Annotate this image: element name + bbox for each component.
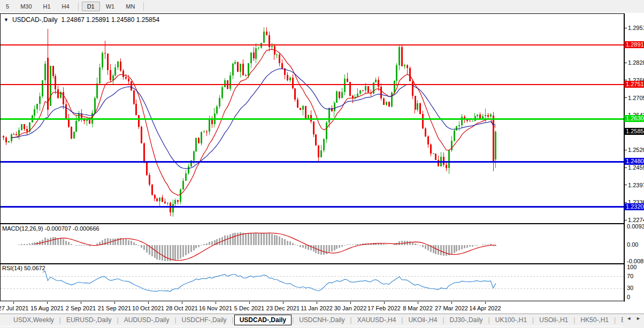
price-tick-label: 1.28280 (628, 59, 644, 66)
chevron-down-icon[interactable]: ▼ (4, 17, 9, 22)
date-label: 5 Dec 2021 (234, 305, 264, 311)
price-tick-label: 1.22745 (628, 217, 644, 223)
date-label: 23 Dec 2021 (266, 305, 300, 311)
price-tick-label: 1.23975 (628, 182, 644, 188)
macd-axis-zero-label: 0.00 (627, 241, 638, 248)
tab-usdcad-daily[interactable]: USDCAD-,Daily (234, 315, 292, 325)
level-badge: 1.28912 (624, 41, 644, 48)
rsi-indicator-label: RSI(14) 50.0672 (2, 265, 45, 271)
date-label: 14 Apr 2022 (469, 305, 501, 311)
price-tick-label: 1.27050 (628, 95, 644, 101)
tab-audusd-daily[interactable]: AUDUSD-,Daily (119, 315, 174, 325)
rsi-axis-label: 70 (627, 273, 633, 279)
current-price-badge: 1.25854 (624, 128, 644, 135)
rsi-axis-label: 30 (627, 285, 633, 291)
chart-ohlc-values: 1.24867 1.25891 1.24580 1.25854 (62, 16, 160, 24)
tab-usdcnh-daily[interactable]: USDCNH-,Daily (294, 315, 349, 325)
rsi-panel-border (1, 264, 624, 301)
date-label: 28 Oct 2021 (166, 305, 198, 311)
date-label: 2 Sep 2021 (66, 305, 96, 311)
tab-usdx-weekly[interactable]: USDX,Weekly (9, 315, 59, 325)
date-label: 30 Jan 2022 (334, 305, 367, 311)
rsi-axis-label: 0 (627, 294, 630, 300)
tab-eurusd-daily[interactable]: EURUSD-,Daily (62, 315, 117, 325)
date-label: 11 Jan 2022 (301, 305, 333, 311)
tab-usoil-h1[interactable]: USOil-,H1 (534, 315, 573, 325)
date-label: 17 Feb 2022 (367, 305, 401, 311)
price-tick-label: 1.29510 (628, 25, 644, 31)
date-label: 27 Mar 2022 (435, 305, 468, 311)
date-label: 21 Sep 2021 (98, 305, 131, 311)
date-label: 8 Mar 2022 (403, 305, 433, 311)
level-badge: 1.26303 (624, 115, 644, 122)
tab-hk50-h1[interactable]: HK50-,H1 (576, 315, 614, 325)
tab-xauusd-h4[interactable]: XAUUSD-,H4 (352, 315, 401, 325)
macd-axis-max-label: 0.009345 (627, 223, 644, 230)
level-badge: 1.23203 (624, 203, 644, 210)
tab-scroll-left-icon[interactable]: ◄ (626, 316, 631, 327)
price-tick-label: 1.25205 (628, 147, 644, 153)
level-badge: 1.27515 (624, 81, 644, 88)
chart-canvas[interactable] (0, 0, 644, 328)
chart-title: ▼ USDCAD-,Daily 1.24867 1.25891 1.24580 … (4, 16, 159, 24)
tab-scroll-right-icon[interactable]: ► (636, 316, 641, 327)
tab-ukoil-h4[interactable]: UKOil-,H4 (403, 315, 442, 325)
date-label: 15 Aug 2021 (30, 305, 64, 311)
tab-scroll-arrows: ◄ ► (623, 314, 644, 327)
date-label: 27 Jul 2021 (0, 305, 28, 311)
tab-dj30-daily[interactable]: DJ30-,Daily (445, 315, 488, 325)
price-tick-label: 1.24590 (628, 164, 644, 171)
date-label: 10 Oct 2021 (132, 305, 164, 311)
chart-symbol-label: USDCAD-,Daily (12, 16, 58, 24)
macd-indicator-label: MACD(12,26,9) -0.000707 -0.000666 (2, 225, 99, 232)
tab-uk100-h1[interactable]: UK100-,H1 (490, 315, 532, 325)
level-badge: 1.24800 (624, 158, 644, 165)
date-label: 16 Nov 2021 (199, 305, 232, 311)
symbol-tab-bar: USDX,Weekly|EURUSD-,Daily|AUDUSD-,Daily|… (0, 314, 644, 326)
tab-usdchf-daily[interactable]: USDCHF-,Daily (177, 315, 232, 325)
rsi-axis-label: 100 (627, 264, 637, 270)
